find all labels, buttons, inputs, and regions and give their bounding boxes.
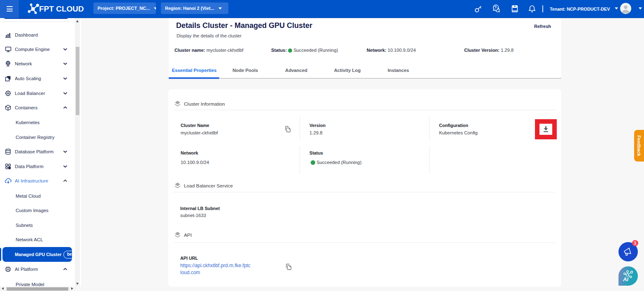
svg-text:AI: AI [623, 276, 628, 282]
